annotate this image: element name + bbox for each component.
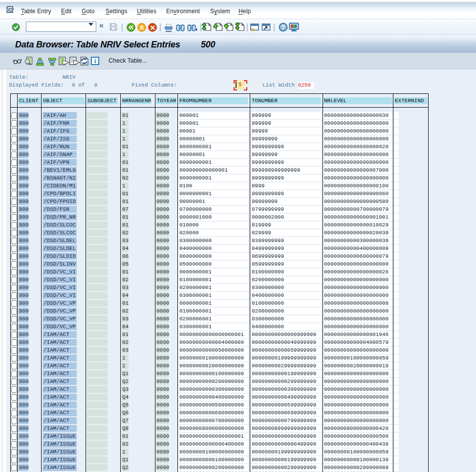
svg-text:i: i — [94, 57, 96, 65]
svg-text:?: ? — [281, 24, 285, 31]
